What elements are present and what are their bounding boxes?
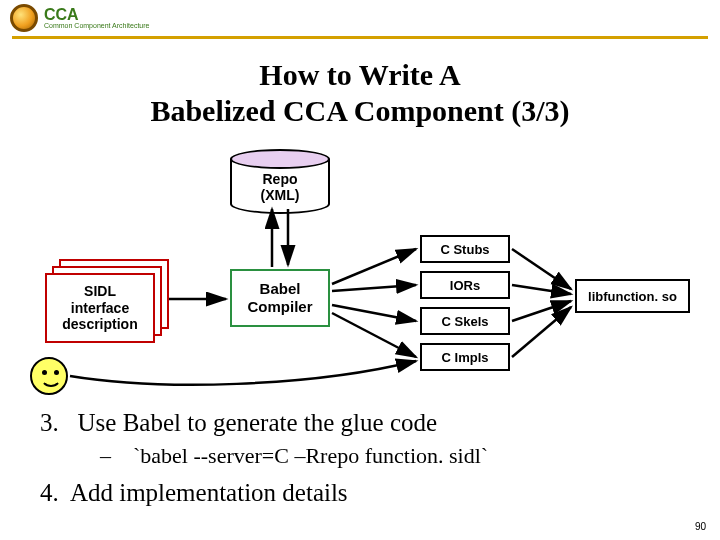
svg-line-5 — [332, 305, 416, 321]
babel-compiler-box: Babel Compiler — [230, 269, 330, 327]
sidl-card-front: SIDL interface description — [45, 273, 155, 343]
svg-line-4 — [332, 285, 416, 291]
smiley-face-icon — [30, 357, 68, 395]
repo-label-line1: Repo — [263, 171, 298, 187]
flow-diagram: Repo (XML) SIDL interface description Ba… — [10, 139, 710, 399]
output-c-impls: C Impls — [420, 343, 510, 371]
bullet-3-sub-text: `babel --server=C –Rrepo function. sidl` — [133, 443, 488, 468]
svg-line-9 — [512, 301, 571, 321]
header-subtitle: Common Component Architecture — [44, 22, 149, 29]
repo-label-line2: (XML) — [261, 187, 300, 203]
bullet-3: 3. Use Babel to generate the glue code — [40, 409, 680, 437]
svg-line-6 — [332, 313, 416, 357]
bullet-3-number: 3. — [40, 409, 59, 436]
compiler-line1: Babel — [260, 280, 301, 297]
sidl-line1: SIDL — [84, 283, 116, 299]
slide-number: 90 — [695, 521, 706, 532]
repo-cylinder: Repo (XML) — [230, 149, 330, 209]
svg-line-3 — [332, 249, 416, 284]
bullet-4: 4. Add implementation details — [40, 479, 680, 507]
title-line-2: Babelized CCA Component (3/3) — [150, 94, 569, 127]
sidl-stack: SIDL interface description — [45, 259, 165, 339]
bullet-list: 3. Use Babel to generate the glue code –… — [40, 409, 680, 507]
header-rule — [12, 36, 708, 39]
cca-logo-ring-icon — [10, 4, 38, 32]
svg-line-8 — [512, 285, 571, 294]
svg-line-7 — [512, 249, 571, 289]
bullet-3-sub: – `babel --server=C –Rrepo function. sid… — [100, 443, 680, 469]
compiler-line2: Compiler — [247, 298, 312, 315]
output-iors: IORs — [420, 271, 510, 299]
bullet-3-dash: – — [100, 443, 111, 468]
title-line-1: How to Write A — [259, 58, 460, 91]
bullet-3-text: Use Babel to generate the glue code — [78, 409, 438, 436]
output-c-skels: C Skels — [420, 307, 510, 335]
output-c-stubs: C Stubs — [420, 235, 510, 263]
header-bar: CCA Common Component Architecture — [0, 0, 720, 34]
slide-title: How to Write A Babelized CCA Component (… — [0, 57, 720, 129]
sidl-line3: description — [62, 316, 137, 332]
header-abbr: CCA — [44, 6, 79, 23]
repo-label: Repo (XML) — [230, 171, 330, 203]
sidl-line2: interface — [71, 300, 129, 316]
bullet-4-text: Add implementation details — [70, 479, 348, 506]
svg-line-10 — [512, 307, 571, 357]
cca-logo-text: CCA Common Component Architecture — [44, 7, 149, 29]
lib-output-box: libfunction. so — [575, 279, 690, 313]
bullet-4-number: 4. — [40, 479, 59, 506]
